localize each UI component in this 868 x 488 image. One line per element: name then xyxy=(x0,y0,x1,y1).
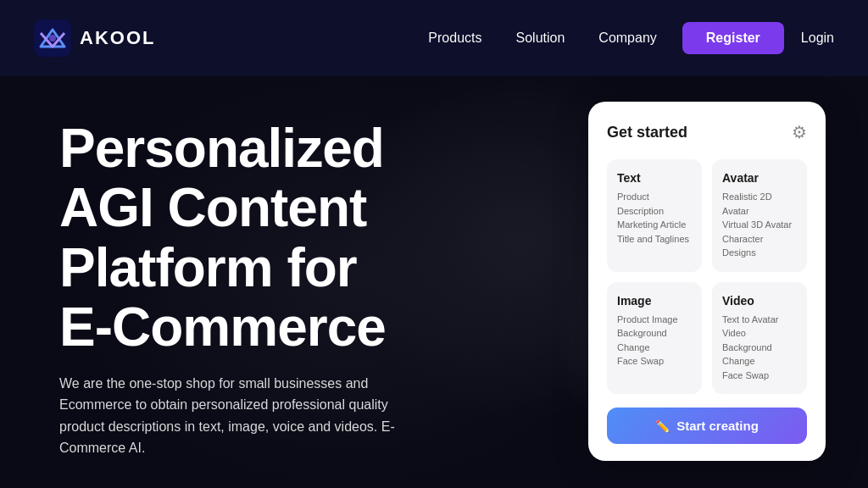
gear-icon[interactable]: ⚙ xyxy=(792,122,807,142)
card-item-image-title: Image xyxy=(617,294,692,308)
logo-text: AKOOL xyxy=(80,27,155,49)
card-item-video-desc: Text to Avatar Video Background Change F… xyxy=(722,313,797,383)
start-creating-button[interactable]: ✏️ Start creating xyxy=(607,408,807,444)
akool-logo-icon xyxy=(34,19,71,57)
card-item-image-desc: Product Image Background Change Face Swa… xyxy=(617,313,692,369)
hero-section: Personalized AGI Content Platform for E-… xyxy=(0,76,868,488)
hero-title-line1: Personalized xyxy=(59,119,534,178)
hero-title-line4: E-Commerce xyxy=(59,297,534,357)
pencil-icon: ✏️ xyxy=(655,419,670,433)
card-item-avatar-desc: Realistic 2D Avatar Virtual 3D Avatar Ch… xyxy=(722,190,797,260)
hero-subtitle: We are the one-stop shop for small busin… xyxy=(59,373,432,459)
card-item-text-title: Text xyxy=(617,171,692,185)
hero-title-line2: AGI Content xyxy=(59,178,534,237)
card-header: Get started ⚙ xyxy=(607,122,807,142)
login-link[interactable]: Login xyxy=(801,30,834,46)
nav-links: Products Solution Company xyxy=(428,30,656,46)
get-started-card: Get started ⚙ Text Product Description M… xyxy=(588,102,826,461)
card-item-avatar-title: Avatar xyxy=(722,171,797,185)
navbar: AKOOL Products Solution Company Register… xyxy=(0,0,868,76)
register-button[interactable]: Register xyxy=(682,22,784,54)
svg-point-1 xyxy=(49,35,56,42)
hero-title-line3: Platform for xyxy=(59,238,534,297)
card-item-video[interactable]: Video Text to Avatar Video Background Ch… xyxy=(712,282,807,395)
card-grid: Text Product Description Marketing Artic… xyxy=(607,159,807,394)
hero-title: Personalized AGI Content Platform for E-… xyxy=(59,119,534,358)
card-item-avatar[interactable]: Avatar Realistic 2D Avatar Virtual 3D Av… xyxy=(712,159,807,272)
nav-link-company[interactable]: Company xyxy=(598,30,656,46)
card-title: Get started xyxy=(607,124,687,141)
logo-area: AKOOL xyxy=(34,19,155,57)
card-item-image[interactable]: Image Product Image Background Change Fa… xyxy=(607,282,702,395)
card-item-video-title: Video xyxy=(722,294,797,308)
card-item-text[interactable]: Text Product Description Marketing Artic… xyxy=(607,159,702,272)
nav-link-solution[interactable]: Solution xyxy=(516,30,565,46)
nav-link-products[interactable]: Products xyxy=(428,30,481,46)
card-item-text-desc: Product Description Marketing Article Ti… xyxy=(617,190,692,246)
start-button-label: Start creating xyxy=(676,419,759,433)
hero-content: Personalized AGI Content Platform for E-… xyxy=(59,119,534,459)
